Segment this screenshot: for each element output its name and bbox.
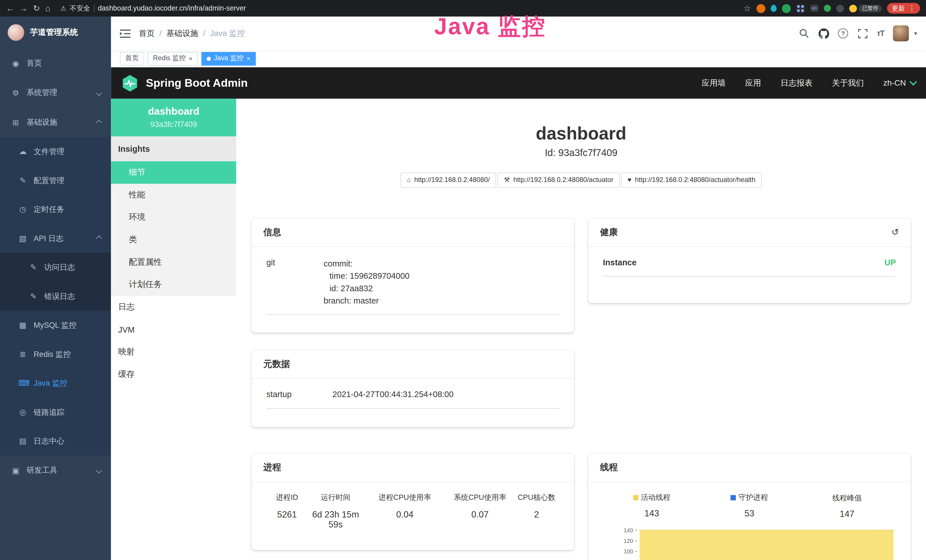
- process-stat: 进程CPU使用率 0.04: [364, 492, 446, 529]
- forward-icon[interactable]: →: [20, 4, 28, 12]
- access-log-icon: ✎: [29, 263, 38, 272]
- fullscreen-icon[interactable]: [857, 28, 868, 38]
- sba-nav-wallboard[interactable]: 应用墙: [702, 77, 726, 88]
- tab-home[interactable]: 首页: [120, 51, 144, 65]
- extension-paused-group[interactable]: 已暂停: [849, 5, 882, 12]
- sidebar-item-label: 链路追踪: [34, 407, 65, 417]
- sidebar-item-home[interactable]: ◉ 首页: [0, 48, 111, 78]
- history-icon[interactable]: ↺: [891, 227, 899, 238]
- sidebar-item-api-log[interactable]: ▧ API 日志: [0, 224, 111, 253]
- sidebar-item-system[interactable]: ⚙ 系统管理: [0, 78, 111, 107]
- github-icon[interactable]: [818, 28, 829, 38]
- locale-selector[interactable]: zh-CN: [883, 79, 916, 87]
- breadcrumb-home[interactable]: 首页: [139, 28, 166, 38]
- threads-card-title: 线程: [600, 462, 618, 473]
- sidebar-item-file[interactable]: ☁ 文件管理: [0, 137, 111, 166]
- sidebar-item-redis[interactable]: ≣ Redis 监控: [0, 340, 111, 369]
- close-icon[interactable]: ×: [189, 55, 192, 62]
- extension-on-badge[interactable]: on: [810, 5, 819, 12]
- tab-label: Java 监控: [214, 55, 244, 62]
- extension-icon-5[interactable]: [824, 5, 831, 12]
- sidebar-item-infra[interactable]: ⊞ 基础设施: [0, 107, 111, 137]
- screen: ← → ↻ ⌂ ⚠ 不安全 dashboard.yudao.iocoder.cn…: [0, 0, 926, 560]
- redis-icon: ≣: [18, 350, 27, 359]
- sidebar-item-job[interactable]: ◷ 定时任务: [0, 195, 111, 224]
- close-icon[interactable]: ×: [247, 55, 250, 62]
- legend-swatch-live: [633, 495, 639, 500]
- sidebar-item-log-center[interactable]: ▤ 日志中心: [0, 427, 111, 455]
- tab-java[interactable]: Java 监控 ×: [201, 51, 256, 65]
- sba-item-mappings[interactable]: 映射: [111, 341, 236, 363]
- tab-redis[interactable]: Redis 监控 ×: [148, 51, 198, 65]
- sidebar-item-dev-tools[interactable]: ▣ 研发工具: [0, 456, 111, 485]
- font-size-icon[interactable]: тT: [877, 29, 884, 38]
- sidebar-item-error-log[interactable]: ✎ 错误日志: [0, 282, 111, 311]
- sba-item-details[interactable]: 细节: [111, 161, 236, 184]
- sba-item-caches[interactable]: 缓存: [111, 363, 236, 386]
- update-label: 更新: [892, 5, 905, 12]
- sba-item-configprops[interactable]: 配置属性: [111, 251, 236, 274]
- sidebar-item-label: Java 监控: [34, 378, 67, 388]
- search-icon[interactable]: [799, 28, 809, 38]
- sba-item-metrics[interactable]: 性能: [111, 184, 236, 206]
- legend-label: 守护进程: [738, 492, 768, 502]
- sba-app-name: dashboard: [111, 106, 236, 118]
- actuator-url-button[interactable]: ⚒ http://192.168.0.2:48080/actuator: [497, 173, 620, 188]
- avatar[interactable]: [893, 26, 909, 41]
- instance-health-row[interactable]: Instance UP: [603, 257, 896, 276]
- help-icon[interactable]: ?: [838, 28, 849, 38]
- sba-nav-about[interactable]: 关于我们: [832, 77, 864, 88]
- process-stat: 运行时间 6d 23h 15m 59s: [308, 492, 364, 529]
- extension-icon-6[interactable]: [836, 5, 844, 12]
- health-url-button[interactable]: ♥ http://192.168.0.2:48080/actuator/heal…: [621, 173, 762, 188]
- question-mark: ?: [838, 28, 848, 38]
- infra-submenu: ☁ 文件管理 ✎ 配置管理 ◷ 定时任务 ▧ API 日志: [0, 137, 111, 455]
- sidebar-item-trace[interactable]: ◎ 链路追踪: [0, 398, 111, 427]
- sba-item-scheduledtasks[interactable]: 计划任务: [111, 274, 236, 296]
- sba-nav-journal[interactable]: 日志报表: [781, 77, 813, 88]
- address-bar[interactable]: ⚠ 不安全 dashboard.yudao.iocoder.cn/infra/a…: [61, 4, 246, 12]
- extension-icon-1[interactable]: [756, 4, 765, 12]
- sba-item-classes[interactable]: 类: [111, 229, 236, 251]
- url-text[interactable]: dashboard.yudao.iocoder.cn/infra/admin-s…: [98, 4, 246, 12]
- back-icon[interactable]: ←: [6, 4, 14, 12]
- tab-label: Redis 监控: [153, 55, 186, 62]
- sidebar-item-label: 首页: [27, 58, 42, 68]
- sba-brand[interactable]: Spring Boot Admin: [121, 74, 248, 92]
- bookmark-star-icon[interactable]: ☆: [743, 4, 751, 12]
- sba-content: dashboard Id: 93a3fc7f7409 ⌂ http://192.…: [236, 99, 926, 560]
- sba-nav-applications[interactable]: 应用: [745, 77, 761, 88]
- sba-item-jvm[interactable]: JVM: [111, 318, 236, 341]
- avatar-caret-icon[interactable]: ▾: [914, 30, 917, 37]
- hamburger-icon[interactable]: [120, 29, 130, 38]
- sidebar-item-label: 错误日志: [44, 291, 75, 301]
- extension-icon-2[interactable]: [770, 5, 776, 12]
- update-button[interactable]: 更新 ⋮: [887, 3, 920, 14]
- sidebar-item-mysql[interactable]: ▦ MySQL 监控: [0, 311, 111, 339]
- sidebar-item-java[interactable]: ⌨ Java 监控: [0, 369, 111, 397]
- browser-toolbar: ← → ↻ ⌂ ⚠ 不安全 dashboard.yudao.iocoder.cn…: [0, 0, 926, 17]
- legend-peak: 线程峰值 147: [798, 492, 896, 518]
- service-url-button[interactable]: ⌂ http://192.168.0.2:48080/: [400, 173, 496, 188]
- home-icon[interactable]: ⌂: [45, 4, 50, 12]
- stat-label: 运行时间: [308, 492, 364, 502]
- extension-icon-4[interactable]: [796, 4, 805, 12]
- sba-item-logs[interactable]: 日志: [111, 296, 236, 318]
- breadcrumb-infra[interactable]: 基础设施: [166, 28, 210, 38]
- threads-chart: 140 120 100: [603, 525, 896, 560]
- sba-app-header[interactable]: dashboard 93a3fc7f7409: [111, 99, 236, 137]
- sidebar-item-access-log[interactable]: ✎ 访问日志: [0, 253, 111, 282]
- active-dot: [207, 56, 211, 61]
- chart-plot-area: [640, 528, 893, 560]
- metadata-card-title: 元数据: [263, 358, 290, 369]
- sba-brand-name: Spring Boot Admin: [146, 76, 248, 89]
- sidebar-item-config[interactable]: ✎ 配置管理: [0, 166, 111, 195]
- sba-item-environment[interactable]: 环境: [111, 206, 236, 229]
- kebab-menu-icon[interactable]: ⋮: [908, 5, 915, 12]
- refresh-icon[interactable]: ↻: [33, 4, 40, 12]
- smiley-extension-icon: [849, 5, 857, 12]
- sba-navbar: Spring Boot Admin 应用墙 应用 日志报表 关于我们 zh-CN: [111, 67, 926, 99]
- extension-icon-3[interactable]: [782, 4, 791, 12]
- sidebar-item-label: Redis 监控: [34, 349, 71, 359]
- sba-sidebar: dashboard 93a3fc7f7409 Insights 细节 性能 环境…: [111, 99, 236, 560]
